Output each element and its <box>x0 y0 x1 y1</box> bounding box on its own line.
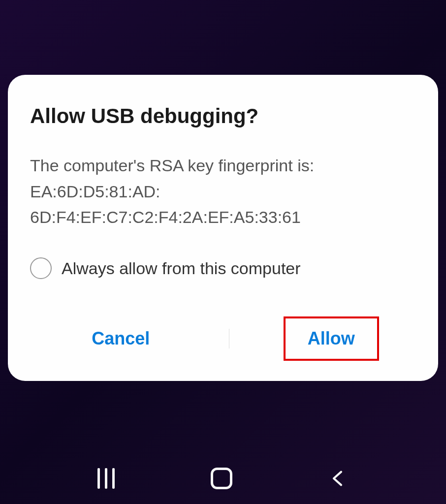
back-button[interactable] <box>329 469 349 488</box>
checkbox-label: Always allow from this computer <box>62 259 301 278</box>
always-allow-checkbox[interactable]: Always allow from this computer <box>30 257 416 279</box>
allow-button[interactable]: Allow <box>308 328 355 349</box>
back-icon <box>329 469 349 488</box>
recents-icon <box>97 468 115 489</box>
button-divider <box>229 329 229 348</box>
dialog-message: The computer's RSA key fingerprint is:EA… <box>30 153 416 230</box>
dialog-button-row: Cancel Allow <box>30 316 416 361</box>
usb-debugging-dialog: Allow USB debugging? The computer's RSA … <box>8 75 438 381</box>
checkbox-circle-icon <box>30 257 52 279</box>
navigation-bar <box>0 468 446 489</box>
cancel-button[interactable]: Cancel <box>67 316 174 361</box>
home-button[interactable] <box>211 468 232 489</box>
recents-button[interactable] <box>97 468 115 489</box>
home-icon <box>211 468 232 489</box>
dialog-title: Allow USB debugging? <box>30 104 416 128</box>
highlight-annotation: Allow <box>284 316 379 361</box>
